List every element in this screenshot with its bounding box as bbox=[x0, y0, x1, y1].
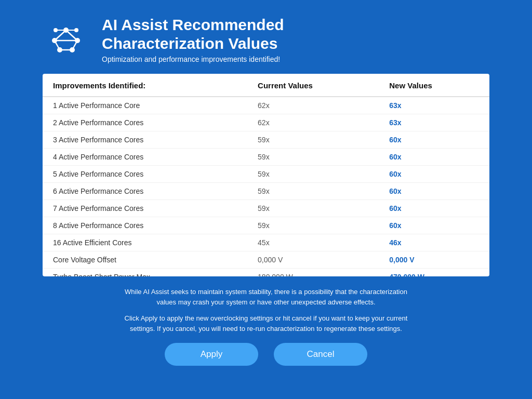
row-current: 62x bbox=[247, 114, 379, 131]
row-new: 60x bbox=[379, 200, 489, 217]
row-new: 46x bbox=[379, 234, 489, 251]
row-current: 59x bbox=[247, 217, 379, 234]
row-label: Core Voltage Offset bbox=[43, 251, 247, 269]
instruction-line1: Click Apply to apply the new overclockin… bbox=[125, 314, 408, 322]
table-header-row: Improvements Identified: Current Values … bbox=[43, 74, 489, 97]
warning-line2: values may crash your system or have oth… bbox=[156, 298, 375, 306]
row-label: 6 Active Performance Cores bbox=[43, 183, 247, 200]
table-row: 3 Active Performance Cores59x60x bbox=[43, 131, 489, 149]
cancel-button[interactable]: Cancel bbox=[274, 343, 367, 366]
row-new: 60x bbox=[379, 217, 489, 234]
ai-icon bbox=[45, 19, 87, 60]
row-new: 60x bbox=[379, 131, 489, 149]
row-new: 60x bbox=[379, 183, 489, 200]
row-current: 59x bbox=[247, 149, 379, 166]
button-row: Apply Cancel bbox=[165, 343, 367, 366]
row-new: 63x bbox=[379, 114, 489, 131]
col-header-new: New Values bbox=[379, 74, 489, 97]
table-row: 1 Active Performance Core62x63x bbox=[43, 97, 489, 114]
header-title: AI Assist Recommended Characterization V… bbox=[102, 16, 284, 53]
col-header-current: Current Values bbox=[247, 74, 379, 97]
main-panel: Improvements Identified: Current Values … bbox=[43, 74, 489, 276]
table-row: 4 Active Performance Cores59x60x bbox=[43, 149, 489, 166]
title-line1: AI Assist Recommended bbox=[102, 16, 284, 33]
row-label: Turbo Boost Short Power Max bbox=[43, 269, 247, 277]
instruction-line2: settings. If you cancel, you will need t… bbox=[130, 325, 402, 332]
improvements-table: Improvements Identified: Current Values … bbox=[43, 74, 489, 276]
row-current: 180,000 W bbox=[247, 269, 379, 277]
table-area[interactable]: Improvements Identified: Current Values … bbox=[43, 74, 489, 276]
row-label: 7 Active Performance Cores bbox=[43, 200, 247, 217]
table-row: 7 Active Performance Cores59x60x bbox=[43, 200, 489, 217]
row-new: 60x bbox=[379, 149, 489, 166]
header-subtitle: Optimization and performance improvement… bbox=[102, 55, 284, 63]
row-label: 5 Active Performance Cores bbox=[43, 166, 247, 183]
ai-icon-container bbox=[43, 19, 89, 60]
footer-area: While AI Assist seeks to maintain system… bbox=[43, 276, 489, 381]
table-row: 5 Active Performance Cores59x60x bbox=[43, 166, 489, 183]
header-area: AI Assist Recommended Characterization V… bbox=[43, 0, 489, 74]
row-label: 4 Active Performance Cores bbox=[43, 149, 247, 166]
table-row: 16 Active Efficient Cores45x46x bbox=[43, 234, 489, 251]
row-current: 59x bbox=[247, 166, 379, 183]
warning-line1: While AI Assist seeks to maintain system… bbox=[125, 288, 407, 296]
instruction-text: Click Apply to apply the new overclockin… bbox=[125, 313, 408, 334]
row-current: 59x bbox=[247, 183, 379, 200]
apply-button[interactable]: Apply bbox=[165, 343, 258, 366]
row-label: 8 Active Performance Cores bbox=[43, 217, 247, 234]
title-line2: Characterization Values bbox=[102, 35, 277, 52]
row-current: 0,000 V bbox=[247, 251, 379, 269]
row-current: 59x bbox=[247, 131, 379, 149]
table-row: Turbo Boost Short Power Max180,000 W470,… bbox=[43, 269, 489, 277]
row-label: 16 Active Efficient Cores bbox=[43, 234, 247, 251]
row-label: 3 Active Performance Cores bbox=[43, 131, 247, 149]
row-new: 470,000 W bbox=[379, 269, 489, 277]
table-row: Core Voltage Offset0,000 V0,000 V bbox=[43, 251, 489, 269]
warning-text: While AI Assist seeks to maintain system… bbox=[125, 287, 407, 307]
row-label: 2 Active Performance Cores bbox=[43, 114, 247, 131]
svg-line-9 bbox=[55, 41, 60, 50]
row-current: 45x bbox=[247, 234, 379, 251]
table-row: 6 Active Performance Cores59x60x bbox=[43, 183, 489, 200]
row-current: 62x bbox=[247, 97, 379, 114]
svg-line-10 bbox=[72, 41, 77, 50]
row-current: 59x bbox=[247, 200, 379, 217]
row-new: 63x bbox=[379, 97, 489, 114]
col-header-improvements: Improvements Identified: bbox=[43, 74, 247, 97]
row-label: 1 Active Performance Core bbox=[43, 97, 247, 114]
table-row: 2 Active Performance Cores62x63x bbox=[43, 114, 489, 131]
header-text: AI Assist Recommended Characterization V… bbox=[102, 16, 284, 63]
table-row: 8 Active Performance Cores59x60x bbox=[43, 217, 489, 234]
row-new: 60x bbox=[379, 166, 489, 183]
row-new: 0,000 V bbox=[379, 251, 489, 269]
